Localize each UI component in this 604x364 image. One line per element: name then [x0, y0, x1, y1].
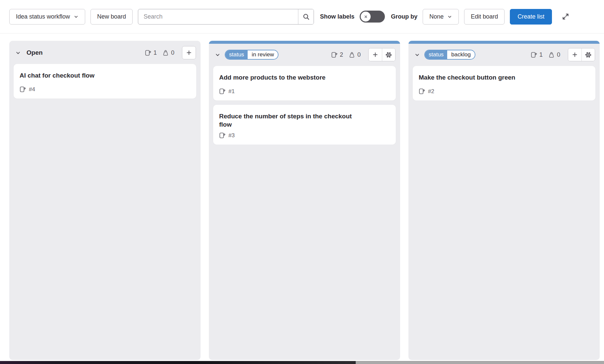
add-issue-button[interactable] [568, 48, 581, 61]
show-labels-toggle[interactable] [360, 11, 385, 23]
desktop-edge-gray [356, 361, 604, 364]
list-actions [182, 46, 196, 59]
edit-board-button[interactable]: Edit board [464, 9, 505, 25]
expand-icon [562, 13, 569, 20]
issue-icon [419, 88, 425, 94]
list-header: status backlog 1 0 [408, 44, 600, 66]
issue-icon [219, 132, 225, 139]
search-box [138, 9, 314, 25]
card-footer: #3 [219, 132, 390, 139]
issue-card[interactable]: AI chat for checkout flow #4 [14, 64, 196, 98]
weight-count-value: 0 [357, 51, 361, 58]
issue-icon [20, 86, 26, 92]
card-title: Make the checkout button green [419, 73, 589, 82]
list-title: Open [27, 49, 43, 56]
search-input[interactable] [138, 9, 298, 24]
chevron-down-icon [215, 52, 220, 58]
board-switcher-dropdown[interactable]: Idea status workflow [9, 9, 85, 25]
weight-icon [162, 50, 169, 56]
search-button[interactable] [298, 9, 314, 24]
plus-icon [372, 52, 378, 58]
desktop-edge-dark [0, 361, 356, 364]
issue-icon [531, 52, 537, 58]
fullscreen-toggle-button[interactable] [558, 9, 573, 24]
issue-count: 2 [331, 51, 343, 58]
new-board-button[interactable]: New board [91, 9, 133, 25]
toggle-knob [361, 12, 371, 22]
label-value: in review [248, 50, 278, 59]
label-scope: status [425, 50, 447, 59]
issue-id: #3 [228, 132, 235, 139]
issue-count: 1 [145, 49, 157, 56]
create-list-button[interactable]: Create list [510, 9, 552, 25]
chevron-down-icon [74, 14, 79, 19]
show-labels-label: Show labels [320, 13, 354, 20]
board-switcher-label: Idea status workflow [16, 13, 70, 20]
search-icon [303, 13, 310, 20]
card-list: Make the checkout button green #2 [408, 66, 600, 100]
group-by-label: Group by [391, 13, 417, 20]
chevron-down-icon [414, 52, 420, 58]
list-header: status in review 2 0 [209, 44, 400, 66]
collapse-list-button[interactable] [414, 51, 421, 58]
card-list: Add more products to the webstore #1 Red… [209, 66, 400, 145]
label-scope: status [225, 50, 248, 59]
issue-icon [331, 52, 337, 58]
weight-count-value: 0 [171, 49, 174, 56]
group-by-dropdown[interactable]: None [423, 9, 459, 25]
issue-card[interactable]: Make the checkout button green #2 [413, 66, 595, 100]
card-list: AI chat for checkout flow #4 [9, 64, 201, 98]
label-value: backlog [447, 50, 475, 59]
collapse-list-button[interactable] [15, 49, 22, 56]
gear-icon [585, 52, 591, 58]
list-actions [568, 48, 595, 61]
card-footer: #1 [219, 88, 390, 95]
issue-id: #1 [228, 88, 235, 95]
weight-count: 0 [349, 51, 361, 58]
board-list-open: Open 1 0 AI chat for checko [9, 41, 201, 360]
weight-count: 0 [162, 49, 174, 56]
chevron-down-icon [447, 14, 452, 19]
card-title: AI chat for checkout flow [20, 71, 190, 80]
issue-id: #2 [428, 88, 434, 95]
board-toolbar: Idea status workflow New board Show labe… [0, 0, 604, 33]
create-list-label: Create list [517, 13, 544, 20]
collapse-list-button[interactable] [214, 51, 221, 58]
issue-count: 1 [531, 51, 543, 58]
gear-icon [386, 52, 392, 58]
issue-board: Open 1 0 AI chat for checko [0, 33, 604, 361]
list-accent-bar [209, 41, 400, 44]
list-accent-bar [408, 41, 600, 44]
group-by-value: None [429, 13, 444, 20]
issue-count-value: 2 [340, 51, 343, 58]
card-title: Add more products to the webstore [219, 73, 390, 82]
new-board-label: New board [97, 13, 126, 20]
plus-icon [186, 50, 192, 56]
weight-count-value: 0 [557, 51, 560, 58]
list-settings-button[interactable] [581, 48, 595, 61]
weight-count: 0 [548, 51, 560, 58]
issue-id: #4 [29, 86, 35, 93]
list-header: Open 1 0 [9, 41, 201, 64]
scoped-label[interactable]: status in review [225, 50, 278, 60]
list-actions [368, 48, 395, 61]
edit-board-label: Edit board [471, 13, 498, 20]
add-issue-button[interactable] [182, 46, 196, 59]
toggle-off-x-icon [363, 14, 368, 19]
issue-card[interactable]: Add more products to the webstore #1 [213, 66, 396, 100]
scoped-label[interactable]: status backlog [424, 50, 475, 60]
board-list-status-backlog: status backlog 1 0 [408, 41, 600, 360]
card-footer: #2 [419, 88, 589, 95]
weight-icon [548, 52, 555, 58]
weight-icon [349, 52, 355, 58]
issue-count-value: 1 [539, 51, 543, 58]
chevron-down-icon [15, 50, 21, 56]
add-issue-button[interactable] [369, 48, 382, 61]
card-title: Reduce the number of steps in the checko… [219, 112, 362, 129]
issue-icon [219, 88, 225, 94]
list-settings-button[interactable] [382, 48, 395, 61]
desktop-edge [0, 361, 604, 364]
issue-card[interactable]: Reduce the number of steps in the checko… [213, 105, 396, 145]
plus-icon [572, 52, 578, 58]
issue-count-value: 1 [153, 49, 157, 56]
